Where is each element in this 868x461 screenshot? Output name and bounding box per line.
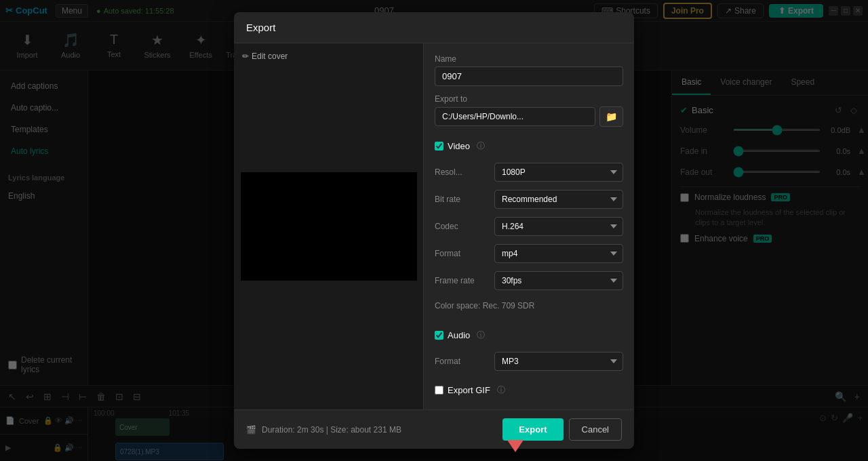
gif-section-title: Export GIF xyxy=(448,385,490,395)
preview-black-box xyxy=(241,172,417,281)
audio-format-row: Format MP3AACWAV xyxy=(435,352,623,371)
bitrate-select[interactable]: RecommendedLowHigh xyxy=(494,190,623,209)
format-select[interactable]: mp4movavi xyxy=(494,244,623,263)
export-path-input[interactable] xyxy=(435,107,595,126)
framerate-label: Frame rate xyxy=(435,276,489,285)
gif-info-icon[interactable]: ⓘ xyxy=(497,384,505,396)
export-button[interactable]: Export xyxy=(502,418,563,441)
name-input[interactable] xyxy=(435,66,623,86)
resolution-label: Resol... xyxy=(435,167,489,177)
name-label: Name xyxy=(435,54,623,64)
bitrate-row: Bit rate RecommendedLowHigh xyxy=(435,190,623,209)
audio-checkbox[interactable] xyxy=(435,331,443,340)
codec-select[interactable]: H.264H.265 xyxy=(494,217,623,236)
export-modal: Export ✏ Edit cover Name Export to xyxy=(234,12,634,449)
audio-section-header: Audio ⓘ xyxy=(435,324,623,344)
codec-label: Codec xyxy=(435,222,489,231)
audio-section-title: Audio xyxy=(448,330,470,340)
gif-section-header: Export GIF ⓘ xyxy=(435,379,623,399)
export-to-label: Export to xyxy=(435,94,623,104)
format-label: Format xyxy=(435,249,489,258)
footer-buttons: Export Cancel xyxy=(502,418,622,441)
cancel-button[interactable]: Cancel xyxy=(569,418,622,441)
export-info: 🎬 Duration: 2m 30s | Size: about 231 MB xyxy=(246,425,492,435)
color-space-label: Color space: Rec. 709 SDR xyxy=(435,298,623,316)
arrow-shape xyxy=(507,440,524,452)
export-to-row: Export to 📁 xyxy=(435,94,623,127)
browse-folder-button[interactable]: 📁 xyxy=(599,106,623,127)
export-to-input-row: 📁 xyxy=(435,106,623,127)
modal-body: ✏ Edit cover Name Export to 📁 xyxy=(234,43,634,409)
resolution-select[interactable]: 1080P720P2K4K xyxy=(494,163,623,182)
modal-title: Export xyxy=(234,12,634,43)
video-info-icon[interactable]: ⓘ xyxy=(477,140,485,152)
film-icon: 🎬 xyxy=(246,425,256,435)
audio-format-select[interactable]: MP3AACWAV xyxy=(494,352,623,371)
modal-preview-pane: ✏ Edit cover xyxy=(234,43,424,409)
codec-row: Codec H.264H.265 xyxy=(435,217,623,236)
audio-format-label: Format xyxy=(435,357,489,366)
framerate-row: Frame rate 30fps24fps25fps60fps xyxy=(435,271,623,290)
gif-checkbox[interactable] xyxy=(435,386,443,395)
name-row: Name xyxy=(435,54,623,86)
duration-size-label: Duration: 2m 30s | Size: about 231 MB xyxy=(262,425,401,435)
audio-info-icon[interactable]: ⓘ xyxy=(477,329,485,341)
modal-footer: 🎬 Duration: 2m 30s | Size: about 231 MB … xyxy=(234,409,634,449)
edit-icon: ✏ xyxy=(242,52,249,61)
format-row: Format mp4movavi xyxy=(435,244,623,263)
bitrate-label: Bit rate xyxy=(435,195,489,204)
modal-form: Name Export to 📁 Video ⓘ R xyxy=(424,43,634,409)
resolution-row: Resol... 1080P720P2K4K xyxy=(435,163,623,182)
video-checkbox[interactable] xyxy=(435,142,443,151)
video-section-title: Video xyxy=(448,141,470,151)
video-section-header: Video ⓘ xyxy=(435,135,623,155)
edit-cover-button[interactable]: ✏ Edit cover xyxy=(242,52,288,61)
export-modal-overlay: Export ✏ Edit cover Name Export to xyxy=(0,0,868,461)
framerate-select[interactable]: 30fps24fps25fps60fps xyxy=(494,271,623,290)
